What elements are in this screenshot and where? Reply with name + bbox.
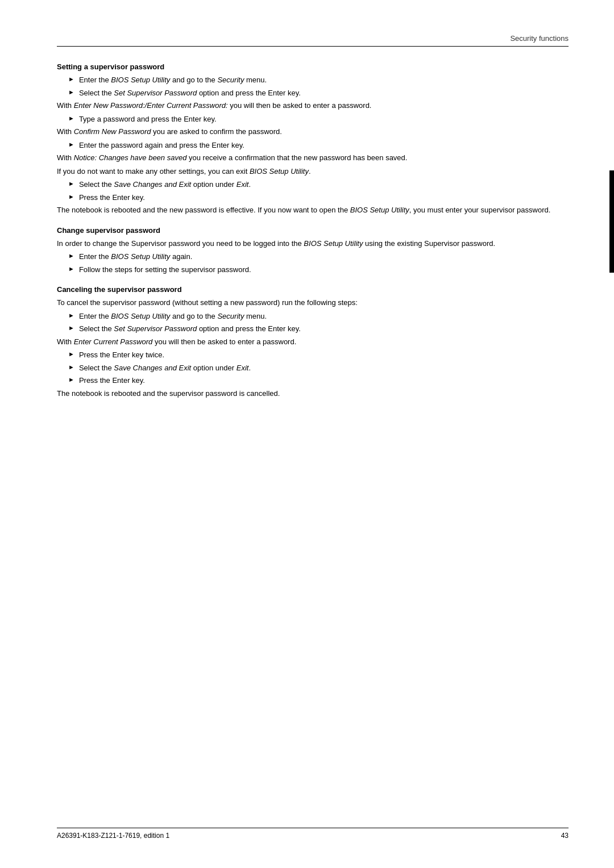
body-paragraph: To cancel the supervisor password (witho… xyxy=(57,297,569,308)
bullet-text: Enter the password again and press the E… xyxy=(79,140,244,151)
content-area: Setting a supervisor password ► Enter th… xyxy=(57,51,569,399)
bullet-arrow-icon: ► xyxy=(68,141,74,148)
bullet-arrow-icon: ► xyxy=(68,324,74,331)
body-paragraph: With Enter Current Password you will the… xyxy=(57,336,569,348)
list-item: ► Enter the password again and press the… xyxy=(68,140,569,151)
bullet-arrow-icon: ► xyxy=(68,252,74,259)
list-item: ► Enter the BIOS Setup Utility again. xyxy=(68,251,569,262)
bullet-text: Enter the BIOS Setup Utility again. xyxy=(79,251,192,262)
body-paragraph: The notebook is rebooted and the new pas… xyxy=(57,205,569,216)
body-paragraph: If you do not want to make any other set… xyxy=(57,166,569,177)
section-heading-setting: Setting a supervisor password xyxy=(57,62,569,71)
bullet-arrow-icon: ► xyxy=(68,115,74,122)
list-item: ► Select the Save Changes and Exit optio… xyxy=(68,362,569,374)
list-item: ► Press the Enter key. xyxy=(68,192,569,203)
list-item: ► Press the Enter key twice. xyxy=(68,349,569,361)
body-paragraph: The notebook is rebooted and the supervi… xyxy=(57,388,569,399)
bullet-text: Enter the BIOS Setup Utility and go to t… xyxy=(79,311,267,322)
body-paragraph: With Enter New Password:/Enter Current P… xyxy=(57,100,569,111)
body-paragraph: With Notice: Changes have been saved you… xyxy=(57,152,569,164)
list-item: ► Type a password and press the Enter ke… xyxy=(68,114,569,125)
bullet-arrow-icon: ► xyxy=(68,76,74,82)
page-footer: A26391-K183-Z121-1-7619, edition 1 43 xyxy=(57,828,569,840)
bullet-text: Select the Set Supervisor Password optio… xyxy=(79,323,301,335)
bullet-arrow-icon: ► xyxy=(68,312,74,319)
bullet-text: Press the Enter key twice. xyxy=(79,349,164,361)
bullet-arrow-icon: ► xyxy=(68,89,74,95)
list-item: ► Enter the BIOS Setup Utility and go to… xyxy=(68,311,569,322)
bullet-arrow-icon: ► xyxy=(68,350,74,357)
bullet-arrow-icon: ► xyxy=(68,193,74,200)
right-margin-bar xyxy=(609,170,614,273)
list-item: ► Press the Enter key. xyxy=(68,375,569,386)
header-title: Security functions xyxy=(510,34,569,43)
list-item: ► Select the Set Supervisor Password opt… xyxy=(68,323,569,335)
bullet-text: Follow the steps for setting the supervi… xyxy=(79,264,251,276)
page-header: Security functions xyxy=(57,34,569,47)
body-paragraph: In order to change the Supervisor passwo… xyxy=(57,238,569,249)
page-container: Security functions Setting a supervisor … xyxy=(0,0,614,868)
bullet-text: Select the Set Supervisor Password optio… xyxy=(79,87,301,99)
bullet-text: Press the Enter key. xyxy=(79,192,145,203)
footer-page-number: 43 xyxy=(561,832,569,840)
bullet-arrow-icon: ► xyxy=(68,180,74,187)
bullet-text: Type a password and press the Enter key. xyxy=(79,114,217,125)
bullet-text: Select the Save Changes and Exit option … xyxy=(79,179,251,190)
bullet-text: Press the Enter key. xyxy=(79,375,145,386)
list-item: ► Select the Save Changes and Exit optio… xyxy=(68,179,569,190)
section-heading-canceling: Canceling the supervisor password xyxy=(57,285,569,294)
bullet-text: Select the Save Changes and Exit option … xyxy=(79,362,251,374)
body-paragraph: With Confirm New Password you are asked … xyxy=(57,126,569,137)
bullet-text: Enter the BIOS Setup Utility and go to t… xyxy=(79,74,267,86)
bullet-arrow-icon: ► xyxy=(68,265,74,272)
list-item: ► Enter the BIOS Setup Utility and go to… xyxy=(68,74,569,86)
bullet-arrow-icon: ► xyxy=(68,376,74,383)
list-item: ► Follow the steps for setting the super… xyxy=(68,264,569,276)
list-item: ► Select the Set Supervisor Password opt… xyxy=(68,87,569,99)
footer-document-id: A26391-K183-Z121-1-7619, edition 1 xyxy=(57,832,169,840)
section-heading-change: Change supervisor password xyxy=(57,226,569,235)
bullet-arrow-icon: ► xyxy=(68,364,74,370)
